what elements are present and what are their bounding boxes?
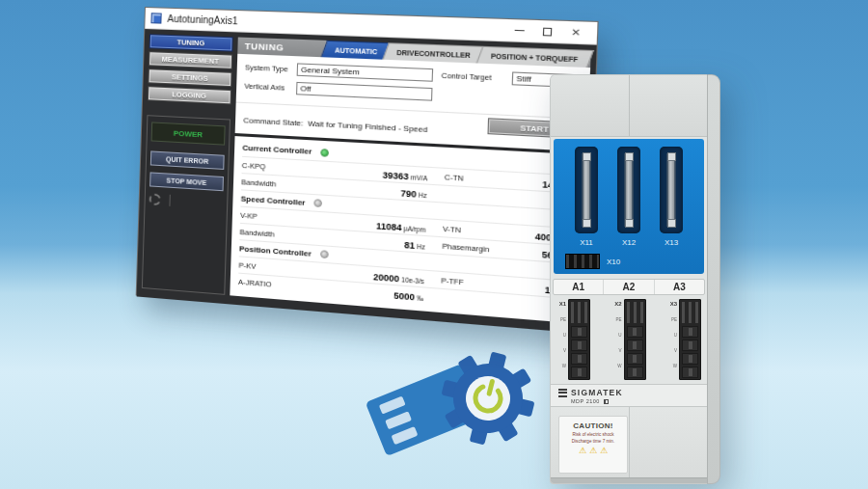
caution-line: Risk of electric shock	[562, 432, 624, 437]
axis-label-a2: A2	[604, 280, 654, 294]
seam	[629, 75, 630, 136]
brand-strip: SIGMATEK MDP 2100	[551, 384, 707, 407]
terminal-grid	[682, 302, 698, 323]
sidebar-item-measurement[interactable]: MEASUREMENT	[149, 51, 232, 69]
terminal-group-x2: X2 PE U V W	[610, 299, 646, 380]
param-label: Bandwidth	[241, 177, 317, 191]
status-led	[321, 149, 330, 157]
maximize-button[interactable]	[533, 21, 562, 41]
module-base	[551, 477, 707, 483]
caution-title: CAUTION!	[562, 421, 624, 430]
warning-triangle-icon: ⚠	[600, 447, 608, 455]
terminal-area: X1 PE U V W X2 PE U	[551, 295, 707, 380]
seam	[629, 407, 630, 477]
sigmatek-drive-module: X11 X12 X13 X10 A1 A2 A3 X1 PE	[550, 74, 720, 484]
terminal-grid	[571, 302, 587, 323]
vertical-axis-label: Vertical Axis	[244, 82, 296, 94]
x10-connector-row: X10	[565, 254, 704, 269]
connector-x10	[565, 254, 600, 269]
certification-icon	[604, 399, 609, 404]
control-target-label: Control Target	[442, 71, 513, 84]
warning-icons: ⚠ ⚠ ⚠	[562, 447, 624, 455]
module-front: X11 X12 X13 X10 A1 A2 A3 X1 PE	[550, 74, 707, 484]
param-label: V-KP	[240, 210, 316, 224]
terminal-block	[568, 299, 590, 380]
page-title: TUNING	[237, 41, 284, 53]
controller-name: Current Controller	[242, 144, 312, 156]
close-button[interactable]: ✕	[561, 22, 590, 41]
axis-label-a3: A3	[655, 280, 704, 294]
axis-label-strip: A1 A2 A3	[553, 279, 705, 295]
module-top-section	[551, 75, 707, 137]
window-frame: TUNING MEASUREMENT SETTINGS LOGGING POWE…	[137, 29, 597, 334]
minimize-button[interactable]	[504, 21, 533, 41]
system-type-field[interactable]	[297, 63, 434, 81]
caution-line: Discharge time 7 min.	[562, 439, 624, 444]
power-button[interactable]: POWER	[151, 122, 226, 145]
terminal-labels: X3 PE U V W	[665, 299, 679, 380]
brand-name: SIGMATEK	[571, 388, 623, 397]
controller-name: Speed Controller	[241, 194, 306, 206]
connector-pins	[667, 153, 676, 227]
terminal-labels: X2 PE U V W	[610, 299, 624, 380]
warning-triangle-icon: ⚠	[579, 447, 586, 455]
connector-label-x12: X12	[617, 238, 640, 247]
automation-graphic	[365, 350, 557, 466]
model-number: MDP 2100	[571, 398, 600, 404]
sigmatek-logo-icon	[558, 389, 567, 397]
terminal-grid	[627, 302, 643, 323]
connector-label-x11: X11	[575, 238, 598, 247]
app-icon	[150, 13, 161, 23]
brand-row: SIGMATEK	[558, 388, 707, 397]
param-label: A-JRATIO	[238, 277, 314, 291]
terminal-block	[624, 299, 646, 380]
system-type-label: System Type	[245, 63, 297, 73]
module-bottom-section: CAUTION! Risk of electric shock Discharg…	[551, 407, 707, 477]
sidebar-item-logging[interactable]: LOGGING	[148, 86, 231, 104]
main-panel: TUNING AUTOMATIC DRIVECONTROLLER POSITIO…	[230, 38, 590, 324]
connector-x11	[575, 147, 598, 233]
param-label	[441, 297, 527, 304]
quit-error-button[interactable]: QUIT ERROR	[150, 150, 225, 170]
connector-row	[554, 147, 704, 233]
param-label: C-KPQ	[242, 160, 318, 174]
model-row: MDP 2100	[571, 398, 707, 404]
connector-label-x13: X13	[660, 238, 683, 247]
connector-pins	[583, 153, 591, 227]
controller-data-panel: Current Controller C-KPQ 39363mV/A C-TN …	[230, 136, 587, 324]
module-side-face	[707, 74, 720, 484]
stop-move-button[interactable]: STOP MOVE	[149, 172, 224, 191]
axis-label-a1: A1	[554, 280, 604, 294]
terminal-group-x3: X3 PE U V W	[665, 299, 701, 380]
controller-name: Position Controller	[239, 244, 312, 258]
minimize-icon	[514, 30, 524, 31]
axis-control-panel: POWER QUIT ERROR STOP MOVE	[142, 115, 231, 295]
terminal-group-x1: X1 PE U V W	[555, 299, 590, 380]
command-state-label: Command State:	[243, 116, 303, 127]
maximize-icon	[543, 27, 552, 36]
sidebar-item-settings[interactable]: SETTINGS	[148, 68, 231, 87]
refresh-row	[149, 193, 224, 209]
tab-automatic[interactable]: AUTOMATIC	[321, 41, 393, 60]
command-state-value: Wait for Tuning Finished - Speed	[308, 120, 428, 135]
connector-label-x10: X10	[607, 258, 620, 266]
connector-x12	[617, 147, 640, 233]
connector-x13	[660, 147, 683, 233]
sidebar-item-tuning[interactable]: TUNING	[149, 34, 233, 51]
caution-label: CAUTION! Risk of electric shock Discharg…	[558, 416, 628, 474]
sidebar: TUNING MEASUREMENT SETTINGS LOGGING POWE…	[142, 34, 233, 295]
terminal-labels: X1 PE U V W	[555, 299, 568, 380]
encoder-panel: X11 X12 X13 X10	[554, 139, 704, 274]
param-label	[444, 194, 529, 199]
terminal-block	[679, 299, 701, 380]
connector-labels: X11 X12 X13	[554, 238, 704, 247]
connector-pins	[625, 153, 634, 227]
warning-triangle-icon: ⚠	[589, 447, 597, 455]
scene: AutotuningAxis1 ✕ TUNING MEASUREMENT SET…	[0, 0, 868, 489]
status-led	[314, 199, 323, 207]
vertical-axis-field[interactable]	[296, 82, 432, 101]
param-label: Bandwidth	[239, 227, 315, 241]
app-window: AutotuningAxis1 ✕ TUNING MEASUREMENT SET…	[136, 7, 599, 333]
param-label: C-TN	[445, 172, 530, 186]
refresh-icon[interactable]	[149, 193, 161, 205]
